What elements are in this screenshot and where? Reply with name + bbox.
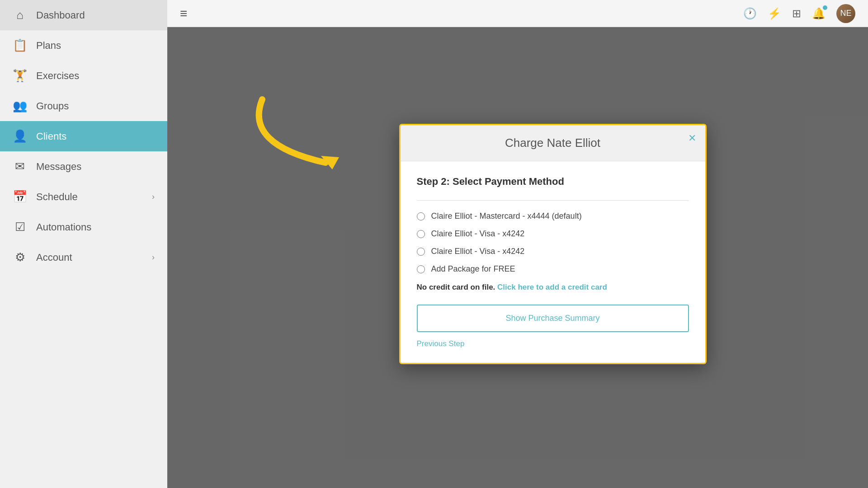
sidebar-item-account[interactable]: ⚙ Account › — [0, 242, 167, 272]
sidebar: ⌂ Dashboard 📋 Plans 🏋 Exercises 👥 Groups… — [0, 0, 167, 488]
no-card-label: No credit card on file. — [417, 283, 495, 291]
chevron-right-icon: › — [152, 253, 155, 262]
payment-radio-4[interactable] — [417, 265, 425, 273]
account-icon: ⚙ — [13, 250, 27, 264]
modal-title: Charge Nate Elliot — [415, 136, 691, 150]
payment-radio-1[interactable] — [417, 212, 425, 221]
payment-label-2: Claire Elliot - Visa - x4242 — [431, 229, 525, 239]
payment-option-2[interactable]: Claire Elliot - Visa - x4242 — [417, 229, 689, 239]
payment-option-1[interactable]: Claire Elliot - Mastercard - x4444 (defa… — [417, 211, 689, 221]
payment-label-4: Add Package for FREE — [431, 264, 515, 274]
groups-icon: 👥 — [13, 99, 27, 113]
avatar[interactable]: NE — [836, 4, 855, 23]
sidebar-item-label: Plans — [36, 40, 61, 52]
divider — [417, 200, 689, 201]
sidebar-item-label: Groups — [36, 100, 69, 112]
charge-modal: Charge Nate Elliot ✕ Step 2: Select Paym… — [399, 124, 707, 364]
clients-icon: 👤 — [13, 129, 27, 143]
main-content: ≡ 🕐 ⚡ ⊞ 🔔 NE Charge Nate Elliot ✕ — [167, 0, 868, 488]
grid-button[interactable]: ⊞ — [792, 7, 801, 20]
sidebar-item-label: Clients — [36, 131, 66, 142]
sidebar-item-label: Dashboard — [36, 9, 85, 21]
show-purchase-summary-button[interactable]: Show Purchase Summary — [417, 305, 689, 332]
menu-button[interactable]: ≡ — [180, 6, 187, 21]
avatar-image: NE — [836, 4, 855, 23]
previous-step-link[interactable]: Previous Step — [417, 339, 465, 348]
sidebar-item-clients[interactable]: 👤 Clients — [0, 121, 167, 151]
topbar: ≡ 🕐 ⚡ ⊞ 🔔 NE — [167, 0, 868, 27]
sidebar-item-groups[interactable]: 👥 Groups — [0, 91, 167, 121]
sidebar-item-exercises[interactable]: 🏋 Exercises — [0, 61, 167, 91]
step-title: Step 2: Select Payment Method — [417, 176, 689, 188]
bolt-button[interactable]: ⚡ — [768, 7, 781, 20]
sidebar-item-automations[interactable]: ☑ Automations — [0, 212, 167, 242]
modal-header: Charge Nate Elliot ✕ — [401, 125, 705, 161]
payment-radio-3[interactable] — [417, 248, 425, 256]
history-button[interactable]: 🕐 — [743, 7, 757, 20]
no-card-text: No credit card on file. Click here to ad… — [417, 283, 689, 292]
sidebar-item-label: Automations — [36, 221, 91, 233]
sidebar-item-messages[interactable]: ✉ Messages — [0, 151, 167, 182]
payment-option-3[interactable]: Claire Elliot - Visa - x4242 — [417, 247, 689, 256]
payment-label-3: Claire Elliot - Visa - x4242 — [431, 247, 525, 256]
schedule-icon: 📅 — [13, 190, 27, 204]
add-credit-card-link[interactable]: Click here to add a credit card — [497, 283, 607, 291]
topbar-actions: 🕐 ⚡ ⊞ 🔔 NE — [743, 4, 855, 23]
payment-label-1: Claire Elliot - Mastercard - x4444 (defa… — [431, 211, 582, 221]
notification-badge — [823, 5, 827, 10]
chevron-right-icon: › — [152, 192, 155, 202]
exercises-icon: 🏋 — [13, 69, 27, 83]
messages-icon: ✉ — [13, 160, 27, 174]
sidebar-item-label: Exercises — [36, 70, 79, 82]
sidebar-item-label: Messages — [36, 161, 81, 173]
sidebar-item-dashboard[interactable]: ⌂ Dashboard — [0, 0, 167, 30]
sidebar-item-label: Account — [36, 252, 72, 263]
modal-body: Step 2: Select Payment Method Claire Ell… — [401, 161, 705, 363]
automations-icon: ☑ — [13, 220, 27, 234]
sidebar-item-schedule[interactable]: 📅 Schedule › — [0, 182, 167, 212]
sidebar-item-label: Schedule — [36, 191, 78, 203]
payment-radio-2[interactable] — [417, 230, 425, 238]
sidebar-item-plans[interactable]: 📋 Plans — [0, 30, 167, 61]
notification-button[interactable]: 🔔 — [812, 7, 826, 20]
home-icon: ⌂ — [13, 8, 27, 22]
modal-close-button[interactable]: ✕ — [688, 132, 696, 144]
payment-option-4[interactable]: Add Package for FREE — [417, 264, 689, 274]
plans-icon: 📋 — [13, 38, 27, 52]
